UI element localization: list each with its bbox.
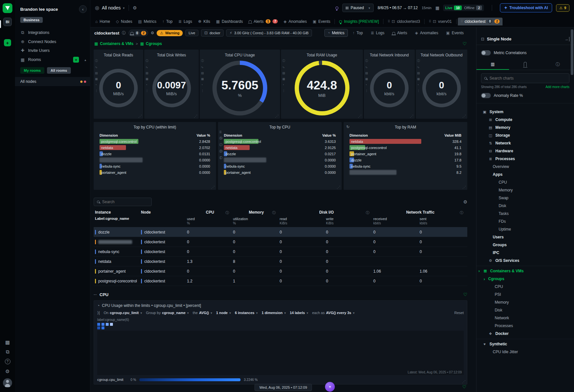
column-node[interactable]: Node [140,210,187,215]
integrations-rail-icon[interactable]: ⧉ [6,349,9,354]
troubleshoot-ai-button[interactable]: ✦ Troubleshoot with AI [500,3,552,12]
gauge-total-network-outbound[interactable]: ⓘ∿▤▦◔⋮ Total Network Outbound 0kbit/s ⋰ [416,50,467,119]
tab-my-rooms[interactable]: My rooms [20,67,44,74]
favorite-heart-icon[interactable]: ♡ [462,384,466,389]
node-tab-anomalies[interactable]: ◈Anomalies [412,29,441,37]
tab-charts-icon[interactable]: ▥ [476,59,509,70]
table-top-by-cpu[interactable]: ⠿ⓃⒾⒹⒺ Top by CPU DimensionValue % postgr… [218,122,342,190]
search-box[interactable] [94,198,152,206]
table-row[interactable]: postgresql-corecontrol3.6313 [224,139,336,144]
playback-paused-button[interactable]: Paused ▾ [342,4,374,12]
table-row[interactable]: nebula-sync0.0000 [224,163,336,169]
reset-button[interactable]: Reset [454,311,464,315]
chevron-right-icon[interactable]: › [478,268,482,273]
node-settings-icon[interactable]: ⚙ [151,31,154,35]
resize-handle[interactable]: ⋰ [462,114,466,118]
tab-nodes[interactable]: ◇Nodes [113,18,135,25]
table-row-redacted[interactable]: 8.2 [349,170,461,175]
charts-search-box[interactable] [481,73,569,83]
menu-cgroups-memory[interactable]: Memory [476,298,574,306]
tab-alerts[interactable]: Alerts17 [246,18,281,25]
tab-k8s[interactable]: ☸K8s [195,18,213,25]
menu-processes[interactable]: ≣Processes [476,155,574,163]
favorite-heart-icon[interactable]: ♡ [462,41,467,46]
subcolumn-write[interactable]: writeKiB/s [326,217,373,225]
control-dimensions[interactable]: 1 dimension▾ [262,311,286,315]
anomaly-rate-toggle[interactable] [481,93,491,98]
warning-status-badge[interactable]: ⚠ Warning [157,30,182,36]
table-top-by-ram[interactable]: ↻ Top by RAM DimensionValue MiB netdata3… [344,122,467,190]
gift-icon[interactable]: ▩ [5,340,10,345]
gauge-total-disk-reads[interactable]: ⓘ∿▤▦◔⋮ Total Disk Reads 0MiB/s ⋰ [94,50,143,119]
space-avatar[interactable]: Bl [3,18,12,26]
menu-storage[interactable]: ◫Storage [476,131,574,139]
tab-anomalies[interactable]: ◈Anomalies [281,18,310,25]
menu-docker[interactable]: ❖Docker [476,330,574,338]
tab-node-vserv01[interactable]: ⠿⊡vserv01 [426,18,455,25]
table-row[interactable]: portainer_agent0.0000 [224,170,336,175]
add-space-button[interactable]: + [4,39,11,46]
breadcrumb-cgroups[interactable]: ▦Cgroups [140,41,162,46]
info-icon[interactable]: ⓘ [460,210,463,215]
resize-handle[interactable]: ⋰ [275,114,279,118]
cpu-limit-chart[interactable]: ◔ CPU Usage within the limits • cgroup.c… [94,300,467,384]
chart-toolbar[interactable]: ⓘ∿▤▦◔⋮ [365,59,368,92]
chart-toolbar[interactable]: ⓘ∿▤▦◔⋮ [417,59,420,92]
menu-cgroups-cpu[interactable]: CPU [476,283,574,291]
menu-cgroups-disk[interactable]: Disk [476,306,574,314]
room-scope-select[interactable]: All nodes [102,5,121,10]
collapse-section-icon[interactable]: -- [94,292,97,297]
resize-handle[interactable]: ⋰ [410,114,413,118]
subcolumn-read[interactable]: readKiB/s [280,217,326,225]
table-row[interactable]: portainer_agent19.8 [349,151,461,157]
workspace-name[interactable]: Brandon lee space [20,7,58,12]
expand-controls-icon[interactable]: ⟩| [97,310,100,315]
table-row[interactable]: dozzle0.0131 [100,151,210,157]
node-alerts-badge[interactable]: 0 2 [129,30,148,36]
menu-cpu-idle-jitter[interactable]: CPU Idle Jitter [476,348,574,356]
menu-system[interactable]: ▣System [476,108,574,116]
tab-dashboards[interactable]: ▦Dashboards [213,18,246,25]
table-row-redacted[interactable]: cldockertest 000000 [94,237,467,247]
table-top-by-cpu-within-limit[interactable]: Top by CPU (within limit) DimensionValue… [94,122,216,190]
subcolumn-utilization[interactable]: utilization% [233,217,280,225]
table-row[interactable]: netdata328.4 [349,139,461,144]
tab-top[interactable]: ↑Top [159,18,175,25]
info-icon[interactable]: ⓘ [122,30,126,36]
subcolumn-label[interactable]: Label:cgroup_name [94,217,140,220]
menu-containers-vms[interactable]: ›▦Containers & VMs [476,266,574,275]
table-row[interactable]: postgresql-corecontrol41.1 [349,145,461,150]
resize-handle[interactable]: ⋰ [138,114,142,118]
menu-os-services[interactable]: ⚙O/S Services [476,257,574,264]
help-icon[interactable]: ? [5,359,10,364]
menu-network[interactable]: ⇅Network [476,139,574,147]
settings-rail-icon[interactable]: ⚙ [5,369,9,374]
menu-apps[interactable]: Apps [476,171,574,178]
chart-toolbar[interactable]: ⓘ∿▤▦◔⋮ [146,59,148,92]
resize-handle[interactable]: ⋰ [337,185,340,189]
menu-apps-uptime[interactable]: Uptime [476,225,574,233]
sidebar-item-integrations[interactable]: ⧉ Integrations [15,28,90,37]
column-instance[interactable]: Instance [94,210,140,215]
control-aggregation[interactable]: theAVG()▾ [193,311,212,315]
column-memory[interactable]: Memoryⓘ [233,210,280,215]
refresh-icon[interactable]: ↻ [346,125,349,129]
table-row[interactable]: postgresql-corecontrol2.8428 [100,139,210,144]
live-nodes[interactable]: Live 10 [445,6,461,10]
room-item-all-nodes[interactable]: All nodes [15,77,90,86]
node-tab-metrics[interactable]: ◔Metrics [324,29,348,37]
column-cpu[interactable]: CPUⓘ [187,210,233,215]
table-row[interactable]: dozzle17.8 [349,157,461,163]
value-range-bar[interactable] [139,378,240,381]
table-row[interactable]: netdata2.9125 [224,145,336,150]
subcolumn-used[interactable]: used% [187,217,233,225]
gauge-total-cpu-usage[interactable]: ⓘ∿▤▦◔⋮ Total CPU Usage 5.7605% ⋰ [200,50,280,119]
time-range[interactable]: 8/6/25 • 06:57 → 07:12 [378,6,418,10]
table-row[interactable]: nebula-sync9.5 [349,163,461,169]
favorite-heart-icon[interactable]: ♡ [463,292,467,297]
menu-ipc[interactable]: IPC [476,249,574,257]
node-tab-logs[interactable]: ≣Logs [368,29,387,37]
node-tab-top[interactable]: ↑Top [350,29,366,37]
table-row[interactable]: dozzle0.0217 [224,151,336,157]
info-icon[interactable]: ⓘ [366,210,369,215]
